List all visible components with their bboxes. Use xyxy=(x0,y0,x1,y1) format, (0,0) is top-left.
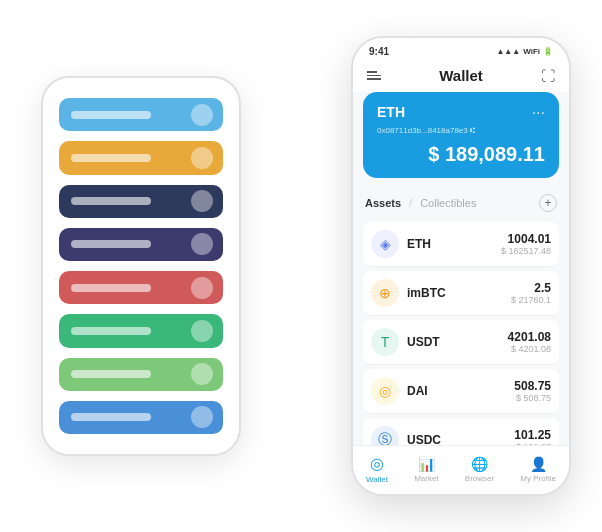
bg-card-5 xyxy=(59,271,223,304)
asset-icon-dai: ◎ xyxy=(371,377,399,405)
signal-icon: ▲▲▲ xyxy=(496,47,520,56)
asset-values-imbtc: 2.5 $ 21760.1 xyxy=(511,281,551,305)
bg-card-4 xyxy=(59,228,223,261)
bg-card-3 xyxy=(59,185,223,218)
bg-card-6 xyxy=(59,314,223,347)
status-icons: ▲▲▲ WiFi 🔋 xyxy=(496,47,553,56)
browser-nav-icon: 🌐 xyxy=(471,456,488,472)
tab-collectibles[interactable]: Collectibles xyxy=(420,197,476,209)
asset-list: ◈ ETH 1004.01 $ 162517.48 ⊕ imBTC 2.5 $ … xyxy=(363,222,559,445)
tab-assets[interactable]: Assets xyxy=(365,197,401,209)
asset-row-imbtc[interactable]: ⊕ imBTC 2.5 $ 21760.1 xyxy=(363,271,559,316)
page-title: Wallet xyxy=(439,67,483,84)
status-bar: 9:41 ▲▲▲ WiFi 🔋 xyxy=(353,38,569,61)
add-asset-button[interactable]: + xyxy=(539,194,557,212)
tab-divider: / xyxy=(409,197,412,209)
asset-icon-usdc: Ⓢ xyxy=(371,426,399,445)
nav-browser[interactable]: 🌐 Browser xyxy=(465,456,494,483)
asset-icon-imbtc: ⊕ xyxy=(371,279,399,307)
asset-values-dai: 508.75 $ 508.75 xyxy=(514,379,551,403)
market-nav-icon: 📊 xyxy=(418,456,435,472)
asset-amount-imbtc: 2.5 xyxy=(511,281,551,295)
asset-row-usdc[interactable]: Ⓢ USDC 101.25 $ 101.25 xyxy=(363,418,559,445)
phone-content[interactable]: ETH ··· 0x08711d3b...8418a78e3 ⑆ $ 189,0… xyxy=(353,92,569,445)
phone-header: Wallet ⛶ xyxy=(353,61,569,92)
background-phone xyxy=(41,76,241,456)
bottom-nav: ◎ Wallet 📊 Market 🌐 Browser 👤 My Profile xyxy=(353,445,569,494)
asset-icon-eth: ◈ xyxy=(371,230,399,258)
browser-nav-label: Browser xyxy=(465,474,494,483)
time: 9:41 xyxy=(369,46,389,57)
asset-row-eth[interactable]: ◈ ETH 1004.01 $ 162517.48 xyxy=(363,222,559,267)
asset-usd-imbtc: $ 21760.1 xyxy=(511,295,551,305)
bg-card-7 xyxy=(59,358,223,391)
asset-values-usdt: 4201.08 $ 4201.08 xyxy=(508,330,551,354)
battery-icon: 🔋 xyxy=(543,47,553,56)
wallet-nav-icon: ◎ xyxy=(370,454,384,473)
bg-card-8 xyxy=(59,401,223,434)
bg-card-1 xyxy=(59,98,223,131)
nav-wallet[interactable]: ◎ Wallet xyxy=(366,454,388,484)
asset-symbol-imbtc: imBTC xyxy=(407,286,511,300)
asset-amount-eth: 1004.01 xyxy=(501,232,551,246)
nav-profile[interactable]: 👤 My Profile xyxy=(520,456,556,483)
balance-prefix: $ xyxy=(428,143,439,165)
nav-market[interactable]: 📊 Market xyxy=(414,456,438,483)
asset-amount-dai: 508.75 xyxy=(514,379,551,393)
asset-usd-eth: $ 162517.48 xyxy=(501,246,551,256)
eth-card-balance: $ 189,089.11 xyxy=(377,143,545,166)
asset-icon-usdt: T xyxy=(371,328,399,356)
main-phone: 9:41 ▲▲▲ WiFi 🔋 Wallet ⛶ ETH ··· xyxy=(351,36,571,496)
balance-amount: 189,089.11 xyxy=(445,143,545,165)
asset-row-dai[interactable]: ◎ DAI 508.75 $ 508.75 xyxy=(363,369,559,414)
asset-symbol-usdt: USDT xyxy=(407,335,508,349)
bg-card-2 xyxy=(59,141,223,174)
asset-values-eth: 1004.01 $ 162517.48 xyxy=(501,232,551,256)
eth-card-menu[interactable]: ··· xyxy=(532,104,545,122)
asset-row-usdt[interactable]: T USDT 4201.08 $ 4201.08 xyxy=(363,320,559,365)
eth-card-top: ETH ··· xyxy=(377,104,545,122)
assets-header: Assets / Collectibles + xyxy=(363,188,559,218)
asset-symbol-eth: ETH xyxy=(407,237,501,251)
market-nav-label: Market xyxy=(414,474,438,483)
eth-card-name: ETH xyxy=(377,104,405,120)
menu-icon[interactable] xyxy=(367,71,381,80)
asset-amount-usdt: 4201.08 xyxy=(508,330,551,344)
asset-usd-dai: $ 508.75 xyxy=(514,393,551,403)
asset-values-usdc: 101.25 $ 101.25 xyxy=(514,428,551,445)
asset-amount-usdc: 101.25 xyxy=(514,428,551,442)
eth-card-address: 0x08711d3b...8418a78e3 ⑆ xyxy=(377,126,545,135)
eth-card[interactable]: ETH ··· 0x08711d3b...8418a78e3 ⑆ $ 189,0… xyxy=(363,92,559,178)
wifi-icon: WiFi xyxy=(523,47,540,56)
asset-symbol-usdc: USDC xyxy=(407,433,514,445)
expand-icon[interactable]: ⛶ xyxy=(541,68,555,84)
profile-nav-label: My Profile xyxy=(520,474,556,483)
scene: 9:41 ▲▲▲ WiFi 🔋 Wallet ⛶ ETH ··· xyxy=(11,11,591,521)
asset-symbol-dai: DAI xyxy=(407,384,514,398)
asset-usd-usdt: $ 4201.08 xyxy=(508,344,551,354)
assets-tabs: Assets / Collectibles xyxy=(365,197,476,209)
profile-nav-icon: 👤 xyxy=(530,456,547,472)
wallet-nav-label: Wallet xyxy=(366,475,388,484)
